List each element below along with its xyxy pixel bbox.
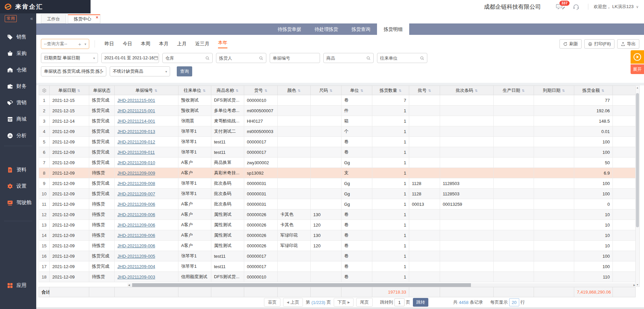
order-link[interactable]: JHD-20211209-013 <box>117 129 155 134</box>
scroll-left-icon[interactable]: ◀ <box>128 283 130 287</box>
table-row[interactable]: 72021-12-09拣货完成JHD-20211209-010A客户商品换算zw… <box>39 158 636 168</box>
partner-input[interactable] <box>380 56 420 61</box>
sort-icon[interactable]: ⇅ <box>522 89 525 92</box>
order-link[interactable]: JHD-20211209-003 <box>117 274 155 280</box>
subtab-1[interactable]: 待处理拣货 <box>308 23 345 35</box>
subtab-0[interactable]: 待拣货单据 <box>271 23 308 35</box>
subtab-3[interactable]: 拣货明细 <box>377 23 409 35</box>
sort-icon[interactable]: ⇅ <box>562 89 565 92</box>
table-row[interactable]: 162021-12-09拣货完成JHD-20211209-005张琴琴1test… <box>39 251 636 261</box>
table-row[interactable]: 132021-12-09待拣货JHD-20211209-006A客户属性测试00… <box>39 220 636 230</box>
product-input[interactable] <box>326 56 366 61</box>
table-row[interactable]: 112021-12-09待拣货JHD-20211209-006A客户批次条码00… <box>39 199 636 209</box>
last-page-button[interactable]: 尾页 <box>356 298 373 307</box>
query-plan-select[interactable]: --查询方案-- + ▾ <box>41 39 89 49</box>
table-row[interactable]: 62021-12-09拣货完成JHD-20211209-011张琴琴1test1… <box>39 147 636 158</box>
vertical-scroll-thumb[interactable] <box>636 93 639 227</box>
order-link[interactable]: JHD-20211209-012 <box>117 139 155 144</box>
order-link[interactable]: JHD-20211209-006 <box>117 202 155 207</box>
order-link[interactable]: JHD-20211215-001 <box>117 98 155 103</box>
order-link[interactable]: JHD-20211209-006 <box>117 212 155 217</box>
sort-icon[interactable]: ⇅ <box>236 89 238 92</box>
col-header-7[interactable]: 颜色⇅ <box>278 86 311 95</box>
col-header-4[interactable]: 往来单位⇅ <box>178 86 211 95</box>
sort-icon[interactable]: ⇅ <box>361 89 363 92</box>
first-page-button[interactable]: 首页 <box>264 298 280 307</box>
sort-icon[interactable]: ⇅ <box>298 89 301 92</box>
order-link[interactable]: JHD-20211209-008 <box>117 181 155 186</box>
order-link[interactable]: JHD-20211209-006 <box>117 223 155 228</box>
quick-filter-1[interactable]: 今日 <box>123 41 132 47</box>
quick-filter-3[interactable]: 本月 <box>159 41 168 47</box>
col-header-10[interactable]: 拣货数量⇅ <box>372 86 409 95</box>
col-header-14[interactable]: 到期日期⇅ <box>534 86 574 95</box>
warehouse-input[interactable] <box>165 56 205 61</box>
table-row[interactable]: 172021-12-09拣货完成JHD-20211209-004张琴琴1test… <box>39 261 636 272</box>
sort-icon[interactable]: ⇅ <box>77 89 80 92</box>
sort-icon[interactable]: ⇅ <box>330 89 332 92</box>
table-row[interactable]: 22021-12-15拣货完成JHD-20211215-001预收测试多单位考虑… <box>39 106 636 116</box>
col-header-3[interactable]: 单据编号⇅ <box>115 86 178 95</box>
messages-button[interactable]: 337 <box>556 4 563 10</box>
sidebar-item-materials[interactable]: 资料 <box>0 162 36 178</box>
sidebar-item-mall[interactable]: 商城 <box>0 111 36 127</box>
vertical-scrollbar[interactable]: ▲ ▼ <box>635 85 640 287</box>
order-link[interactable]: JHD-20211209-009 <box>117 171 155 176</box>
quick-filter-2[interactable]: 本周 <box>141 41 150 47</box>
jump-button[interactable]: 跳转 <box>413 298 428 307</box>
sidebar-item-marketing[interactable]: 营销 <box>0 95 36 111</box>
order-link[interactable]: JHD-20211209-005 <box>117 254 155 259</box>
table-row[interactable]: 152021-12-09待拣货JHD-20211209-006A客户属性测试00… <box>39 241 636 251</box>
order-link[interactable]: JHD-20211209-007 <box>117 191 155 196</box>
col-header-9[interactable]: 单位⇅ <box>341 86 372 95</box>
table-row[interactable]: 82021-12-09待拣货JHD-20211209-009A客户真彩米奇挂..… <box>39 168 636 178</box>
sidebar-item-purchase[interactable]: 采购 <box>0 45 36 62</box>
order-link[interactable]: JHD-20211209-004 <box>117 264 155 269</box>
sort-icon[interactable]: ⇅ <box>475 89 478 92</box>
horizontal-scrollbar[interactable]: ◀ ▶ <box>127 283 636 287</box>
horizontal-scroll-thumb[interactable] <box>132 283 471 287</box>
sidebar-item-cockpit[interactable]: 驾驶舱 <box>0 194 36 211</box>
sort-icon[interactable]: ⇅ <box>428 89 431 92</box>
doc-no-input[interactable] <box>273 56 317 61</box>
table-row[interactable]: 102021-12-09拣货完成JHD-20211209-007张琴琴1批次条码… <box>39 189 636 199</box>
table-row[interactable]: 42021-12-09拣货完成JHD-20211209-013张琴琴1支付测试二… <box>39 126 636 137</box>
col-header-1[interactable]: 单据日期⇅ <box>50 86 89 95</box>
sort-icon[interactable]: ⇅ <box>601 89 604 92</box>
pinned-badge[interactable]: 常用 <box>5 15 17 22</box>
prev-page-button[interactable]: ◀ 上页 <box>283 298 303 307</box>
sidebar-item-warehouse[interactable]: 仓储 <box>0 62 36 78</box>
quick-filter-6[interactable]: 本年 <box>218 40 227 48</box>
col-header-6[interactable]: 货号⇅ <box>244 86 278 95</box>
col-header-13[interactable]: 生产日期⇅ <box>494 86 534 95</box>
sidebar-item-apps[interactable]: 应用 <box>0 277 36 294</box>
sort-icon[interactable]: ⇅ <box>155 89 157 92</box>
quick-filter-4[interactable]: 上月 <box>177 41 186 47</box>
table-row[interactable]: 32021-12-14拣货完成JHD-20211214-001张雨晨麦哥酷炫战.… <box>39 116 636 126</box>
subtab-2[interactable]: 拣货查询 <box>345 23 377 35</box>
date-type-select[interactable]: 日期类型 单据日期 ▾ <box>41 53 98 63</box>
column-settings-header[interactable] <box>39 86 50 95</box>
support-button[interactable] <box>573 4 579 10</box>
table-row[interactable]: 182021-12-09待拣货JHD-20211209-003信用额度测试DFS… <box>39 272 636 282</box>
col-header-2[interactable]: 单据状态 <box>89 86 115 95</box>
user-menu[interactable]: 欢迎您， LK演示123 ∨ <box>594 4 639 10</box>
scroll-up-icon[interactable]: ▲ <box>636 86 639 89</box>
collapse-sidebar-icon[interactable]: « <box>30 16 33 21</box>
column-settings-icon[interactable] <box>42 88 47 93</box>
col-header-12[interactable]: 批次条码⇅ <box>440 86 494 95</box>
order-link[interactable]: JHD-20211214-001 <box>117 119 155 124</box>
order-link[interactable]: JHD-20211209-006 <box>117 233 155 238</box>
order-link[interactable]: JHD-20211209-010 <box>117 160 155 165</box>
order-link[interactable]: JHD-20211209-011 <box>117 150 155 155</box>
order-link[interactable]: JHD-20211209-006 <box>117 243 155 248</box>
col-header-8[interactable]: 尺码⇅ <box>311 86 341 95</box>
sort-icon[interactable]: ⇅ <box>203 89 206 92</box>
quick-filter-0[interactable]: 昨日 <box>105 41 114 47</box>
sidebar-item-settings[interactable]: 设置 <box>0 178 36 194</box>
order-link[interactable]: JHD-20211215-001 <box>117 108 155 113</box>
sidebar-item-finance[interactable]: 财务 <box>0 78 36 95</box>
doc-status-select[interactable]: 单据状态 拣货完成,待拣货,拣货中 ▾ <box>41 66 106 76</box>
next-page-button[interactable]: 下页 ▶ <box>334 298 354 307</box>
scroll-right-icon[interactable]: ▶ <box>634 283 635 287</box>
